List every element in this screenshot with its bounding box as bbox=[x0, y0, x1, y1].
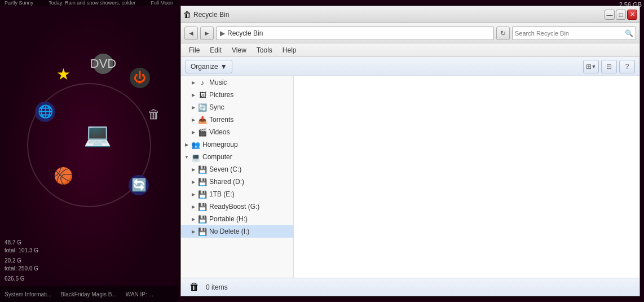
status-bar: 🗑 0 items bbox=[181, 278, 639, 296]
nav-item-label: Videos bbox=[209, 128, 230, 136]
toolbar-right: ⊞ ▼ ⊟ ? bbox=[583, 60, 635, 73]
nav-item[interactable]: ▶💾ReadyBoost (G:) bbox=[181, 200, 293, 213]
laptop-icon[interactable]: 💻 bbox=[83, 121, 112, 148]
nav-item[interactable]: ▶♪Music bbox=[181, 76, 293, 89]
nav-folder-icon: 💾 bbox=[198, 215, 207, 224]
menu-bar: File Edit View Tools Help bbox=[181, 43, 639, 57]
globe-icon[interactable]: 🌐 bbox=[35, 102, 55, 122]
nav-item-label: Seven (C:) bbox=[209, 165, 241, 173]
nav-folder-icon: 📥 bbox=[198, 115, 207, 124]
nav-item[interactable]: ▶👥Homegroup bbox=[181, 138, 293, 151]
file-area[interactable] bbox=[294, 76, 639, 278]
menu-edit[interactable]: Edit bbox=[205, 45, 226, 55]
nav-item-label: Computer bbox=[202, 153, 232, 161]
minimize-button[interactable]: — bbox=[605, 10, 615, 20]
nav-folder-icon: 💾 bbox=[198, 227, 207, 236]
menu-help[interactable]: Help bbox=[278, 45, 301, 55]
ball-icon[interactable]: 🏀 bbox=[54, 167, 73, 185]
nav-item-label: Shared (D:) bbox=[209, 178, 244, 186]
nav-item[interactable]: ▶💾Portable (H:) bbox=[181, 213, 293, 225]
nav-arrow-icon: ▶ bbox=[190, 216, 197, 222]
window-title: Recycle Bin bbox=[193, 11, 229, 19]
nav-folder-icon: 💾 bbox=[198, 190, 207, 199]
nav-item-label: Homegroup bbox=[202, 141, 238, 148]
nav-arrow-icon: ▶ bbox=[190, 203, 197, 210]
nav-folder-icon: 💾 bbox=[198, 165, 207, 174]
desktop-background: Partly Sunny Today: Rain and snow shower… bbox=[0, 0, 178, 302]
nav-arrow-icon: ▶ bbox=[190, 191, 197, 198]
nav-folder-icon: 💾 bbox=[198, 177, 207, 186]
nav-item[interactable]: ▶🎬Videos bbox=[181, 126, 293, 138]
menu-view[interactable]: View bbox=[227, 45, 251, 55]
help-button[interactable]: ? bbox=[619, 60, 635, 73]
disk2-stats: 20.2 G total: 250.0 G bbox=[5, 257, 173, 273]
system-label: System Informati... bbox=[5, 291, 51, 297]
weather-center: Today: Rain and snow showers, colder bbox=[48, 0, 135, 6]
breadcrumb-path: Recycle Bin bbox=[227, 29, 263, 37]
navigation-pane: ▶♪Music▶🖼Pictures▶🔄Sync▶📥Torrents▶🎬Video… bbox=[181, 76, 294, 278]
breadcrumb-prefix: ▶ bbox=[220, 29, 225, 37]
nav-arrow-icon: ▼ bbox=[183, 154, 190, 160]
nav-arrow-icon: ▶ bbox=[190, 79, 197, 86]
title-bar: 🗑 Recycle Bin — □ ✕ bbox=[181, 6, 639, 23]
nav-arrow-icon: ▶ bbox=[190, 166, 197, 173]
nav-item[interactable]: ▶💾No Delete (I:) bbox=[181, 225, 293, 238]
organize-button[interactable]: Organize ▼ bbox=[186, 60, 232, 73]
weather-left: Partly Sunny bbox=[5, 0, 33, 6]
menu-tools[interactable]: Tools bbox=[252, 45, 277, 55]
nav-arrow-icon: ▶ bbox=[190, 116, 197, 123]
status-recycle-icon: 🗑 bbox=[188, 281, 201, 294]
toolbar: Organize ▼ ⊞ ▼ ⊟ ? bbox=[181, 57, 639, 76]
disk1-stats: 48.7 G total: 101.3 G bbox=[5, 239, 173, 255]
search-input[interactable] bbox=[515, 30, 624, 37]
nav-arrow-icon: ▶ bbox=[190, 129, 197, 135]
nav-arrow-icon: ▶ bbox=[183, 141, 190, 148]
forward-button[interactable]: ► bbox=[200, 27, 214, 40]
nav-arrow-icon: ▶ bbox=[190, 178, 197, 185]
nav-item[interactable]: ▶💾Seven (C:) bbox=[181, 163, 293, 176]
weather-bar: Partly Sunny Today: Rain and snow shower… bbox=[0, 0, 178, 6]
nav-tree: ▶♪Music▶🖼Pictures▶🔄Sync▶📥Torrents▶🎬Video… bbox=[181, 76, 293, 238]
nav-item-label: Portable (H:) bbox=[209, 215, 248, 223]
refresh-button[interactable]: ↻ bbox=[496, 27, 510, 40]
nav-item[interactable]: ▶📥Torrents bbox=[181, 113, 293, 126]
nav-folder-icon: 🎬 bbox=[198, 128, 207, 137]
nav-item[interactable]: ▶🔄Sync bbox=[181, 101, 293, 113]
nav-item[interactable]: ▶💾Shared (D:) bbox=[181, 176, 293, 188]
nav-folder-icon: 🖼 bbox=[198, 90, 207, 99]
organize-arrow-icon: ▼ bbox=[220, 63, 227, 71]
power-icon[interactable]: ⏻ bbox=[130, 68, 150, 88]
nav-item[interactable]: ▶💾1TB (E:) bbox=[181, 188, 293, 200]
nav-folder-icon: ♪ bbox=[198, 78, 207, 87]
nav-arrow-icon: ▶ bbox=[190, 228, 197, 235]
dvd-icon[interactable]: DVD bbox=[93, 54, 113, 74]
status-items-count: 0 items bbox=[206, 283, 228, 291]
disk3-size: 626.5 G bbox=[5, 275, 173, 283]
nav-folder-icon: 💻 bbox=[191, 152, 200, 161]
desktop-stats: 48.7 G total: 101.3 G 20.2 G total: 250.… bbox=[0, 237, 178, 285]
nav-arrow-icon: ▶ bbox=[190, 104, 197, 111]
preview-pane-button[interactable]: ⊟ bbox=[601, 60, 617, 73]
desktop-bottom-bar: System Informati... BlackFriday Magis B.… bbox=[0, 286, 178, 302]
refresh-desktop-icon[interactable]: 🔄 bbox=[129, 175, 149, 195]
maximize-button[interactable]: □ bbox=[616, 10, 626, 20]
wan-label: WAN IP: ... bbox=[126, 291, 153, 297]
trash-desktop-icon[interactable]: 🗑 bbox=[148, 107, 160, 122]
theme-label: BlackFriday Magis B... bbox=[60, 291, 116, 297]
back-button[interactable]: ◄ bbox=[184, 27, 198, 40]
main-content: ▶♪Music▶🖼Pictures▶🔄Sync▶📥Torrents▶🎬Video… bbox=[181, 76, 639, 278]
view-options-button[interactable]: ⊞ ▼ bbox=[583, 60, 599, 73]
nav-item[interactable]: ▶🖼Pictures bbox=[181, 89, 293, 101]
search-box: 🔍 bbox=[512, 27, 636, 40]
star-icon[interactable]: ★ bbox=[56, 65, 70, 84]
search-icon[interactable]: 🔍 bbox=[624, 29, 633, 38]
nav-item-label: 1TB (E:) bbox=[209, 190, 235, 198]
address-breadcrumb[interactable]: ▶ Recycle Bin bbox=[216, 27, 494, 40]
organize-label: Organize bbox=[191, 63, 218, 71]
menu-file[interactable]: File bbox=[184, 45, 204, 55]
address-bar: ◄ ► ▶ Recycle Bin ↻ 🔍 bbox=[181, 23, 639, 43]
nav-item[interactable]: ▼💻Computer bbox=[181, 151, 293, 163]
nav-folder-icon: 👥 bbox=[191, 140, 200, 149]
close-button[interactable]: ✕ bbox=[627, 10, 637, 20]
nav-item-label: Pictures bbox=[209, 91, 233, 99]
